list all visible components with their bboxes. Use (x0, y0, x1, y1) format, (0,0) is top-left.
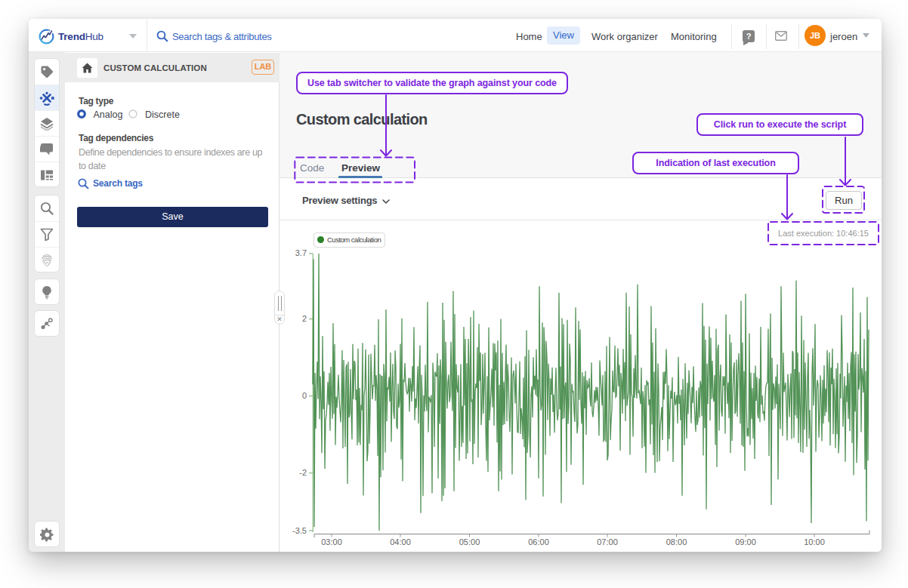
svg-text:0: 0 (302, 391, 307, 400)
svg-text:09:00: 09:00 (735, 537, 756, 546)
svg-text:08:00: 08:00 (666, 537, 687, 546)
svg-text:06:00: 06:00 (528, 537, 549, 546)
svg-text:10:00: 10:00 (804, 537, 825, 546)
svg-text:03:00: 03:00 (321, 537, 342, 546)
svg-text:07:00: 07:00 (597, 537, 618, 546)
svg-text:-3.5: -3.5 (292, 526, 307, 535)
svg-text:04:00: 04:00 (390, 537, 411, 546)
svg-text:-2: -2 (299, 468, 307, 477)
svg-text:2: 2 (302, 314, 307, 323)
svg-text:05:00: 05:00 (459, 537, 480, 546)
svg-text:3.7: 3.7 (295, 248, 307, 257)
